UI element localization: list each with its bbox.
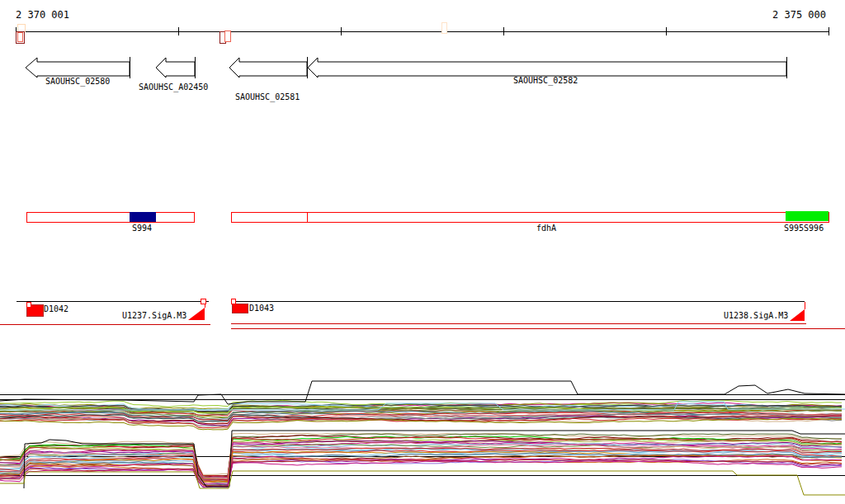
transcript-label-s995s996: S995S996 [784, 224, 824, 233]
u-site-ramp-u1238.siga.m3 [790, 309, 805, 321]
gene-label-saouhsc-a02450: SAOUHSC_A02450 [139, 82, 208, 92]
gene-label-saouhsc-02582: SAOUHSC_02582 [513, 76, 578, 85]
gene-arrow-saouhsc_02582 [308, 58, 786, 78]
transcript-rect-0 [26, 212, 194, 222]
terminator-box-salmon-left [17, 32, 22, 41]
transcript-label-fdha: fdhA [536, 224, 556, 233]
genome-browser-view: 2 370 001 2 375 000 SAOUHSC_02580 SAOUHS… [0, 0, 845, 504]
transcript-block-s995s996 [786, 211, 828, 221]
site-label-u1237: U1237.SigA.M3 [122, 311, 186, 320]
transcript-rect-1 [231, 212, 828, 222]
site-label-d1042: D1042 [44, 304, 68, 313]
site-label-u1238: U1238.SigA.M3 [724, 311, 788, 320]
gene-arrow-saouhsc_02580 [26, 58, 130, 78]
terminator-box-peach-mid [441, 22, 446, 33]
ruler-start-coordinate: 2 370 001 [16, 10, 69, 21]
terminator-box-salmon-mid [224, 31, 230, 41]
ruler-end-coordinate: 2 375 000 [772, 10, 826, 21]
gene-arrow-saouhsc_a02450 [156, 58, 195, 78]
site-label-d1043: D1043 [249, 304, 274, 313]
terminator-box-peach-left [17, 24, 25, 31]
d-site-box-d1043 [232, 304, 248, 313]
d-site-flag-d1043 [231, 299, 235, 304]
u-site-ramp-u1237.siga.m3 [188, 308, 205, 320]
gene-label-saouhsc-02580: SAOUHSC_02580 [45, 77, 110, 86]
khaki-bottom-trace [0, 471, 845, 495]
gene-arrow-saouhsc_02581 [229, 58, 307, 78]
transcript-block-s994 [130, 212, 156, 222]
u-site-flag [201, 299, 205, 304]
transcript-label-s994: S994 [132, 224, 152, 233]
genome-browser-canvas [0, 0, 845, 504]
d-site-flag-d1042 [26, 302, 31, 307]
gene-label-saouhsc-02581: SAOUHSC_02581 [235, 92, 300, 101]
